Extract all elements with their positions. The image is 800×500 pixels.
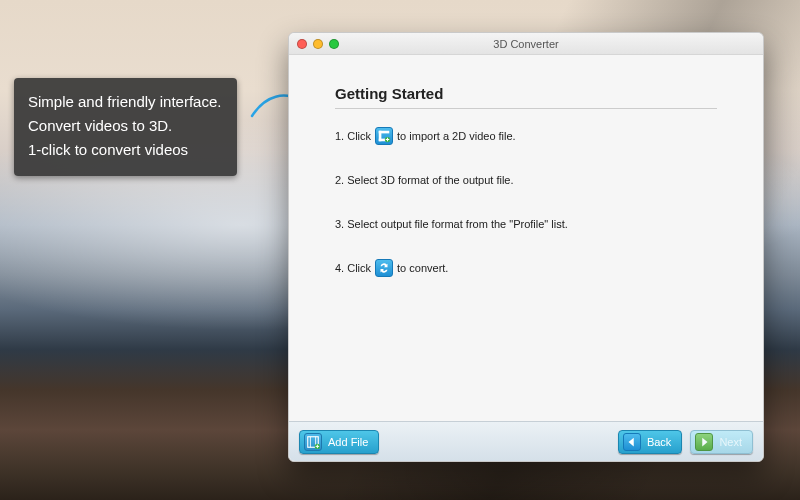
import-file-icon (375, 127, 393, 145)
step-3: 3. Select output file format from the "P… (335, 215, 717, 233)
page-title: Getting Started (335, 85, 717, 109)
step-2: 2. Select 3D format of the output file. (335, 171, 717, 189)
step-text: 3. Select output file format from the "P… (335, 215, 568, 233)
button-label: Back (647, 436, 671, 448)
window-titlebar[interactable]: 3D Converter (289, 33, 763, 55)
callout-line: Simple and friendly interface. (28, 90, 221, 114)
next-button[interactable]: Next (690, 430, 753, 454)
convert-icon (375, 259, 393, 277)
step-text: to convert. (397, 259, 448, 277)
marketing-callout: Simple and friendly interface. Convert v… (14, 78, 237, 176)
add-file-button[interactable]: Add File (299, 430, 379, 454)
arrow-right-icon (695, 433, 713, 451)
app-window: 3D Converter Getting Started 1. Click to… (288, 32, 764, 462)
filmstrip-icon (304, 433, 322, 451)
window-title: 3D Converter (289, 38, 763, 50)
button-label: Next (719, 436, 742, 448)
back-button[interactable]: Back (618, 430, 682, 454)
arrow-left-icon (623, 433, 641, 451)
callout-line: 1-click to convert videos (28, 138, 221, 162)
window-footer: Add File Back Next (289, 421, 763, 461)
step-4: 4. Click to convert. (335, 259, 717, 277)
window-content: Getting Started 1. Click to import a 2D … (289, 55, 763, 421)
step-text: 2. Select 3D format of the output file. (335, 171, 514, 189)
callout-line: Convert videos to 3D. (28, 114, 221, 138)
desktop-wallpaper: Simple and friendly interface. Convert v… (0, 0, 800, 500)
button-label: Add File (328, 436, 368, 448)
svg-rect-1 (379, 131, 390, 134)
step-1: 1. Click to import a 2D video file. (335, 127, 717, 145)
step-text: 1. Click (335, 127, 371, 145)
step-text: to import a 2D video file. (397, 127, 516, 145)
step-text: 4. Click (335, 259, 371, 277)
